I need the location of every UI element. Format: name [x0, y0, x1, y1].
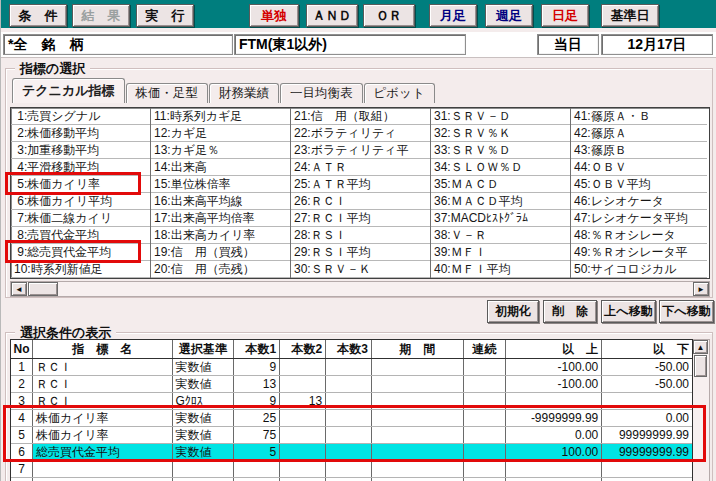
indicator-item-48[interactable]: 48:％Ｒオシレータ: [571, 227, 707, 244]
cell-n1: 75: [234, 427, 280, 443]
indicator-item-39[interactable]: 39:ＭＦＩ: [431, 244, 570, 261]
indicator-item-1[interactable]: 1:売買シグナル: [11, 108, 150, 125]
indicator-item-15[interactable]: 15:単位株倍率: [151, 176, 290, 193]
single-button[interactable]: 単独: [249, 4, 299, 27]
indicator-item-34[interactable]: 34:ＳＬＯＷ％Ｄ: [431, 159, 570, 176]
header-cont: 連続: [464, 340, 506, 358]
indicator-item-33[interactable]: 33:ＳＲＶ％Ｄ: [431, 142, 570, 159]
indicator-item-7[interactable]: 7:株価二線カイリ: [11, 210, 150, 227]
indicator-item-14[interactable]: 14:出来高: [151, 159, 290, 176]
indicator-item-36[interactable]: 36:ＭＡＣＤ平均: [431, 193, 570, 210]
indicator-item-47[interactable]: 47:レシオケータ平均: [571, 210, 707, 227]
monthly-button[interactable]: 月足: [429, 4, 477, 27]
tab-financials[interactable]: 財務業績: [209, 83, 279, 103]
cell-name: ＲＣＩ: [33, 393, 173, 409]
indicator-item-11[interactable]: 11:時系列カギ足: [151, 108, 290, 125]
indicator-item-22[interactable]: 22:ボラティリティ: [291, 125, 430, 142]
scroll-right-icon[interactable]: ►: [693, 282, 709, 296]
hscrollbar-thumb[interactable]: [28, 282, 58, 296]
table-row-6-selected[interactable]: 6 総売買代金平均 実数値 5 100.00 99999999.99: [11, 444, 692, 461]
table-row-3[interactable]: 3 ＲＣＩ Gｸﾛｽ 9 13: [11, 393, 692, 410]
indicator-item-43[interactable]: 43:篠原Ｂ: [571, 142, 707, 159]
indicator-item-23[interactable]: 23:ボラティリティ平: [291, 142, 430, 159]
indicator-item-31[interactable]: 31:ＳＲＶ－Ｄ: [431, 108, 570, 125]
tab-price-pattern[interactable]: 株価・足型: [126, 83, 209, 103]
indicator-item-27[interactable]: 27:ＲＣＩ平均: [291, 210, 430, 227]
indicator-item-41[interactable]: 41:篠原Ａ・Ｂ: [571, 108, 707, 125]
indicator-item-5[interactable]: 5:株価カイリ率: [11, 176, 150, 193]
cell-cont: [464, 461, 506, 477]
or-button[interactable]: ＯＲ: [363, 4, 415, 27]
table-row-5[interactable]: 5 株価カイリ率 実数値 75 0.00 99999999.99: [11, 427, 692, 444]
base-date-button[interactable]: 基準日: [601, 4, 659, 27]
indicator-item-37[interactable]: 37:MACDﾋｽﾄｸﾞﾗﾑ: [431, 210, 570, 227]
indicator-item-19[interactable]: 19:信 用（買残）: [151, 244, 290, 261]
table-row-4[interactable]: 4 株価カイリ率 実数値 25 -9999999.99 0.00: [11, 410, 692, 427]
indicator-item-20[interactable]: 20:信 用（売残）: [151, 261, 290, 278]
indicator-hscrollbar[interactable]: ◄ ►: [10, 281, 710, 297]
scroll-left-icon[interactable]: ◄: [11, 282, 27, 296]
indicator-item-38[interactable]: 38:Ｖ－Ｒ: [431, 227, 570, 244]
move-down-button[interactable]: 下へ移動: [659, 300, 714, 323]
indicator-item-25[interactable]: 25:ＡＴＲ平均: [291, 176, 430, 193]
indicator-column-3: 21:信 用（取組） 22:ボラティリティ 23:ボラティリティ平 24:ＡＴＲ…: [291, 108, 431, 278]
table-row-7[interactable]: 7: [11, 461, 692, 478]
indicator-item-13[interactable]: 13:カギ足％: [151, 142, 290, 159]
header-n2: 本数2: [280, 340, 326, 358]
vscrollbar-thumb[interactable]: [694, 355, 707, 377]
cell-n3: [326, 359, 372, 375]
toolbar: 条 件 結 果 実 行 単独 ＡＮＤ ＯＲ 月足 週足 日足 基準日: [1, 0, 716, 30]
indicator-item-44[interactable]: 44:ＯＢＶ: [571, 159, 707, 176]
date-field[interactable]: 12月17日: [601, 34, 713, 55]
cell-lower: 99999999.99: [602, 444, 692, 460]
indicator-item-2[interactable]: 2:株価移動平均: [11, 125, 150, 142]
indicator-item-8[interactable]: 8:売買代金平均: [11, 227, 150, 244]
condition-button[interactable]: 条 件: [9, 4, 67, 27]
stock-scope-field[interactable]: *全 銘 柄: [3, 34, 233, 55]
daily-button[interactable]: 日足: [541, 4, 589, 27]
cell-upper: -100.00: [506, 359, 603, 375]
indicator-item-29[interactable]: 29:ＲＳＩ平均: [291, 244, 430, 261]
cell-n2: 13: [280, 393, 326, 409]
indicator-item-16[interactable]: 16:出来高平均線: [151, 193, 290, 210]
indicator-item-6[interactable]: 6:株価カイリ平均: [11, 193, 150, 210]
indicator-item-12[interactable]: 12:カギ足: [151, 125, 290, 142]
indicator-item-42[interactable]: 42:篠原Ａ: [571, 125, 707, 142]
indicator-item-18[interactable]: 18:出来高カイリ率: [151, 227, 290, 244]
indicator-item-28[interactable]: 28:ＲＳＩ: [291, 227, 430, 244]
indicator-item-35[interactable]: 35:ＭＡＣＤ: [431, 176, 570, 193]
hscrollbar-track[interactable]: [58, 282, 693, 296]
tab-pivot[interactable]: ピボット: [364, 83, 435, 103]
indicator-item-26[interactable]: 26:ＲＣＩ: [291, 193, 430, 210]
indicator-item-21[interactable]: 21:信 用（取組）: [291, 108, 430, 125]
execute-button[interactable]: 実 行: [136, 4, 194, 27]
indicator-item-32[interactable]: 32:ＳＲＶ％Ｋ: [431, 125, 570, 142]
table-row-2[interactable]: 2 ＲＣＩ 実数値 13 -100.00 -50.00: [11, 376, 692, 393]
init-button[interactable]: 初期化: [487, 300, 539, 323]
indicator-item-17[interactable]: 17:出来高平均倍率: [151, 210, 290, 227]
indicator-item-50[interactable]: 50:サイコロジカル: [571, 261, 707, 278]
tab-technical[interactable]: テクニカル指標: [12, 78, 125, 103]
indicator-item-10[interactable]: 10:時系列新値足: [11, 261, 150, 278]
indicator-item-3[interactable]: 3:加重移動平均: [11, 142, 150, 159]
indicator-item-9[interactable]: 9:総売買代金平均: [11, 244, 150, 261]
indicator-item-4[interactable]: 4:平滑移動平均: [11, 159, 150, 176]
cell-basis: 実数値: [173, 427, 235, 443]
move-up-button[interactable]: 上へ移動: [601, 300, 656, 323]
indicator-item-40[interactable]: 40:ＭＦＩ平均: [431, 261, 570, 278]
indicator-item-49[interactable]: 49:％Ｒオシレータ平: [571, 244, 707, 261]
indicator-item-30[interactable]: 30:ＳＲＶ－Ｋ: [291, 261, 430, 278]
weekly-button[interactable]: 週足: [485, 4, 533, 27]
cell-lower: [602, 393, 692, 409]
tab-ichimoku[interactable]: 一目均衡表: [280, 83, 363, 103]
scroll-up-icon[interactable]: ▲: [693, 340, 708, 354]
table-row-1[interactable]: 1 ＲＣＩ 実数値 9 -100.00 -50.00: [11, 359, 692, 376]
indicator-item-45[interactable]: 45:ＯＢＶ平均: [571, 176, 707, 193]
indicator-item-46[interactable]: 46:レシオケータ: [571, 193, 707, 210]
day-type-field[interactable]: 当日: [537, 34, 599, 55]
market-field[interactable]: FTM(東1以外): [234, 34, 466, 55]
indicator-item-24[interactable]: 24:ＡＴＲ: [291, 159, 430, 176]
condition-vscrollbar[interactable]: ▲: [693, 339, 710, 481]
delete-button[interactable]: 削 除: [543, 300, 597, 323]
and-button[interactable]: ＡＮＤ: [306, 4, 358, 27]
